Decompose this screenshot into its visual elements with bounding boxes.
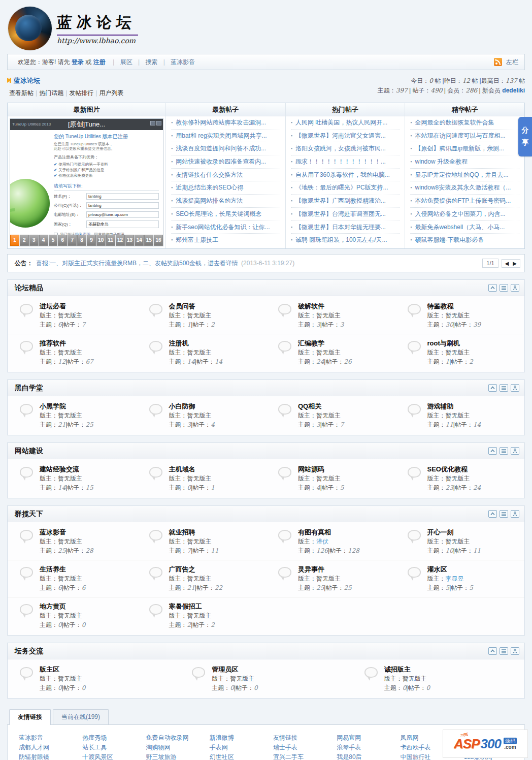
left-column-link[interactable]: 左栏 (506, 58, 518, 67)
slide-page-10[interactable]: 10 (96, 235, 106, 246)
slide-page-4[interactable]: 4 (39, 235, 48, 246)
slide-page-13[interactable]: 13 (125, 235, 135, 246)
friend-link-手表网[interactable]: 手表网 (204, 743, 267, 752)
post-link[interactable]: 本站现在访问速度可以与百度相... (415, 132, 506, 139)
collapse-icon[interactable] (488, 647, 497, 655)
forum-link[interactable]: 特鉴教程 (427, 302, 454, 310)
forum-link[interactable]: 建站经验交流 (40, 465, 79, 473)
post-link[interactable]: 硕鼠客服端-下载电影必备 (415, 236, 484, 243)
text-list-icon[interactable] (500, 510, 508, 518)
friend-link-蓝冰影音[interactable]: 蓝冰影音 (13, 733, 76, 743)
slide-page-6[interactable]: 6 (58, 235, 67, 246)
tab-online-users[interactable]: 当前在线(199) (53, 709, 109, 724)
post-link[interactable]: 【微观世界】日本对华提无理要... (295, 224, 386, 231)
text-list-icon[interactable] (500, 384, 508, 392)
forum-link[interactable]: 灵异事件 (298, 565, 324, 573)
slide-page-12[interactable]: 12 (116, 235, 125, 246)
friend-link-我是80后[interactable]: 我是80后 (330, 752, 394, 760)
slide-page-8[interactable]: 8 (77, 235, 86, 246)
slide-page-1[interactable]: 1 (10, 235, 19, 246)
friend-link-站长工具[interactable]: 站长工具 (76, 743, 140, 752)
forum-link[interactable]: SEO优化教程 (427, 465, 468, 473)
friend-link-浪琴手表[interactable]: 浪琴手表 (330, 743, 394, 752)
slide-page-14[interactable]: 14 (135, 235, 144, 246)
quick-link-查看新帖[interactable]: 查看新帖 (9, 89, 34, 97)
post-link[interactable]: 显示IP并定位地址的QQ，并且去... (415, 171, 509, 178)
friend-link-宜兴二手车[interactable]: 宜兴二手车 (267, 752, 330, 760)
tab-friend-links[interactable]: 友情链接 (9, 709, 51, 725)
forum-link[interactable]: 灌水区 (427, 565, 447, 573)
share-tab[interactable]: 分 享 (518, 117, 532, 156)
online-members-icon[interactable] (511, 447, 519, 455)
post-link[interactable]: 【微观世界】河南法官父女遇害... (295, 132, 386, 139)
post-link[interactable]: 网站快速被收录的四准备查看内... (176, 158, 266, 165)
moderator-link[interactable]: 李显昱 (446, 575, 464, 582)
post-link[interactable]: 最新免杀webshell（大马、小马... (415, 224, 505, 231)
collapse-icon[interactable] (488, 510, 497, 518)
forum-link[interactable]: 广而告之 (169, 565, 195, 573)
forum-link[interactable]: 管理员区 (212, 666, 238, 673)
forum-link[interactable]: 汇编教学 (298, 339, 324, 347)
breadcrumb-forum-link[interactable]: 蓝冰论坛 (14, 76, 40, 85)
collapse-icon[interactable] (488, 447, 497, 455)
post-link[interactable]: 洛阳女孩跳河，女孩跳河被市民... (295, 145, 386, 152)
post-link[interactable]: 浅谈提高网站排名的方法 (176, 197, 243, 204)
forum-link[interactable]: 注册机 (169, 339, 189, 347)
forum-link[interactable]: 破解软件 (298, 302, 324, 310)
friend-link-瑞士手表[interactable]: 瑞士手表 (267, 743, 330, 752)
collapse-icon[interactable] (488, 384, 497, 392)
post-link[interactable]: 诚聘 圆珠笔组装，100元左右/天... (295, 236, 387, 243)
online-members-icon[interactable] (511, 384, 519, 392)
post-link[interactable]: 新手seo网站优化必备知识：让你... (176, 224, 270, 231)
forum-link[interactable]: 诚招版主 (384, 666, 411, 673)
register-link[interactable]: 注册 (93, 58, 106, 66)
post-link[interactable]: 用bat和 reg实现关闭局域网共享... (176, 132, 267, 139)
prev-arrow-icon[interactable]: ◀ (505, 261, 509, 266)
post-link[interactable]: 《地铁：最后的曙光》PC版支持... (295, 184, 388, 191)
post-link[interactable]: 本站免费提供的FTP上传账号密码... (415, 197, 511, 204)
latest-image-slide[interactable]: TuneUp Utilities 2013 [原创]Tune... 您的 Tun… (10, 118, 163, 246)
forum-link[interactable]: 寒暑假招工 (169, 603, 202, 610)
text-list-icon[interactable] (500, 284, 508, 292)
forum-link[interactable]: QQ相关 (298, 402, 321, 410)
online-members-icon[interactable] (511, 284, 519, 292)
post-link[interactable]: SEO长尾理论，长尾关键词概念 (176, 210, 261, 217)
quick-link-发帖排行[interactable]: 发帖排行 (69, 89, 93, 97)
forum-link[interactable]: 推荐软件 (40, 339, 66, 347)
post-link[interactable]: 自从用了360杀毒软件，我的电脑... (295, 171, 390, 178)
post-link[interactable]: 郑州富士康技工 (176, 236, 218, 243)
post-link[interactable]: 【原创】腾讯显ip最新版，亲测... (415, 145, 504, 152)
post-link[interactable]: 全网最全的数据恢复软件合集 (415, 119, 494, 126)
post-link[interactable]: 浅谈百度知道提问和问答不成功... (176, 145, 266, 152)
slide-page-11[interactable]: 11 (106, 235, 115, 246)
forum-link[interactable]: 版主区 (40, 666, 59, 673)
forum-link[interactable]: 生活养生 (40, 565, 66, 573)
forum-link[interactable]: 小黑学院 (40, 402, 66, 410)
online-members-icon[interactable] (511, 647, 519, 655)
post-link[interactable]: 【微观世界】广西副教授精液治... (295, 197, 386, 204)
friend-link-成都人才网[interactable]: 成都人才网 (13, 743, 76, 752)
text-list-icon[interactable] (500, 447, 508, 455)
friend-link-幻世社区[interactable]: 幻世社区 (204, 752, 267, 760)
asp300-logo[interactable]: ≈≋ ASP 300 源码 .com (443, 730, 528, 758)
friend-link-热度秀场[interactable]: 热度秀场 (76, 733, 140, 743)
forum-link[interactable]: 有图有真相 (298, 528, 331, 536)
forum-link[interactable]: 开心一刻 (427, 528, 454, 536)
friend-link-网易官网[interactable]: 网易官网 (330, 733, 394, 743)
rss-icon[interactable] (494, 58, 502, 66)
slide-page-16[interactable]: 16 (154, 235, 163, 246)
post-link[interactable]: 近期总结出来的SEO心得 (176, 184, 243, 191)
quick-link-用户列表[interactable]: 用户列表 (99, 89, 123, 97)
post-link[interactable]: 教你修补网站跨站脚本攻击漏洞... (176, 119, 266, 126)
next-arrow-icon[interactable]: ▶ (513, 261, 517, 266)
post-link[interactable]: 友情链接有什么交换方法 (176, 171, 243, 178)
post-link[interactable]: window8安装及其永久激活教程（... (415, 184, 511, 191)
slide-page-5[interactable]: 5 (49, 235, 58, 246)
forum-link[interactable]: 游戏辅助 (427, 402, 454, 410)
forum-link[interactable]: 地方黄页 (40, 603, 66, 610)
friend-link-友情链接[interactable]: 友情链接 (267, 733, 330, 743)
friend-link-十渡风景区[interactable]: 十渡风景区 (76, 752, 140, 760)
forum-link[interactable]: 进坛必看 (40, 302, 66, 310)
online-members-icon[interactable] (511, 510, 519, 518)
post-link[interactable]: 人民网 吐槽美国，热议人民网开... (295, 119, 387, 126)
